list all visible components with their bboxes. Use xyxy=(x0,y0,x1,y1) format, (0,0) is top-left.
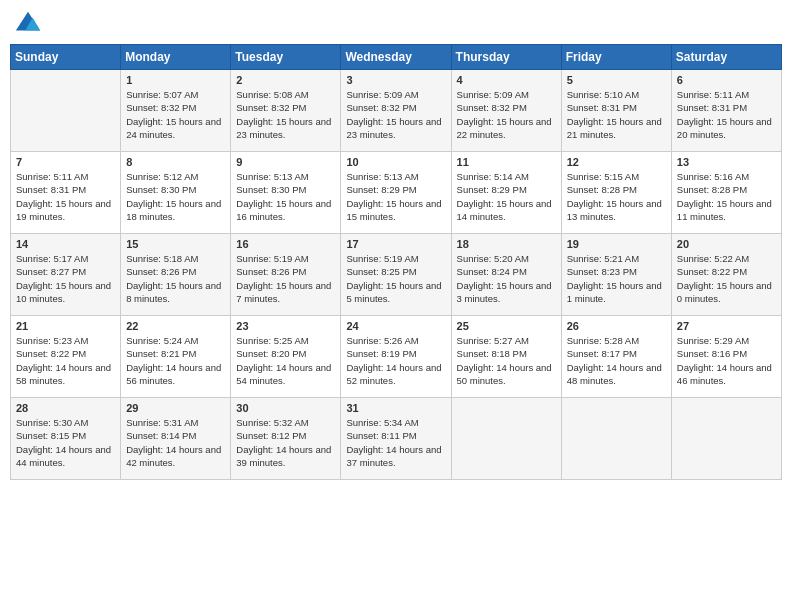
day-number: 8 xyxy=(126,156,225,168)
day-number: 31 xyxy=(346,402,445,414)
calendar-cell: 29Sunrise: 5:31 AMSunset: 8:14 PMDayligh… xyxy=(121,398,231,480)
calendar-cell: 1Sunrise: 5:07 AMSunset: 8:32 PMDaylight… xyxy=(121,70,231,152)
day-number: 29 xyxy=(126,402,225,414)
day-info: Sunrise: 5:08 AMSunset: 8:32 PMDaylight:… xyxy=(236,88,335,141)
calendar-week-row: 28Sunrise: 5:30 AMSunset: 8:15 PMDayligh… xyxy=(11,398,782,480)
day-number: 23 xyxy=(236,320,335,332)
day-number: 9 xyxy=(236,156,335,168)
calendar-cell: 18Sunrise: 5:20 AMSunset: 8:24 PMDayligh… xyxy=(451,234,561,316)
day-number: 18 xyxy=(457,238,556,250)
weekday-row: SundayMondayTuesdayWednesdayThursdayFrid… xyxy=(11,45,782,70)
calendar-week-row: 7Sunrise: 5:11 AMSunset: 8:31 PMDaylight… xyxy=(11,152,782,234)
day-info: Sunrise: 5:24 AMSunset: 8:21 PMDaylight:… xyxy=(126,334,225,387)
calendar-cell: 6Sunrise: 5:11 AMSunset: 8:31 PMDaylight… xyxy=(671,70,781,152)
calendar-cell xyxy=(671,398,781,480)
calendar-cell: 26Sunrise: 5:28 AMSunset: 8:17 PMDayligh… xyxy=(561,316,671,398)
calendar-cell: 8Sunrise: 5:12 AMSunset: 8:30 PMDaylight… xyxy=(121,152,231,234)
day-info: Sunrise: 5:14 AMSunset: 8:29 PMDaylight:… xyxy=(457,170,556,223)
calendar-cell: 15Sunrise: 5:18 AMSunset: 8:26 PMDayligh… xyxy=(121,234,231,316)
day-info: Sunrise: 5:16 AMSunset: 8:28 PMDaylight:… xyxy=(677,170,776,223)
calendar-cell xyxy=(11,70,121,152)
page-header xyxy=(10,10,782,38)
calendar-cell: 11Sunrise: 5:14 AMSunset: 8:29 PMDayligh… xyxy=(451,152,561,234)
calendar-week-row: 1Sunrise: 5:07 AMSunset: 8:32 PMDaylight… xyxy=(11,70,782,152)
weekday-header: Tuesday xyxy=(231,45,341,70)
day-info: Sunrise: 5:11 AMSunset: 8:31 PMDaylight:… xyxy=(677,88,776,141)
day-info: Sunrise: 5:25 AMSunset: 8:20 PMDaylight:… xyxy=(236,334,335,387)
calendar-cell: 4Sunrise: 5:09 AMSunset: 8:32 PMDaylight… xyxy=(451,70,561,152)
calendar-cell: 16Sunrise: 5:19 AMSunset: 8:26 PMDayligh… xyxy=(231,234,341,316)
calendar-cell: 27Sunrise: 5:29 AMSunset: 8:16 PMDayligh… xyxy=(671,316,781,398)
day-number: 24 xyxy=(346,320,445,332)
logo xyxy=(14,10,46,38)
day-number: 13 xyxy=(677,156,776,168)
day-info: Sunrise: 5:28 AMSunset: 8:17 PMDaylight:… xyxy=(567,334,666,387)
day-number: 4 xyxy=(457,74,556,86)
day-info: Sunrise: 5:07 AMSunset: 8:32 PMDaylight:… xyxy=(126,88,225,141)
day-info: Sunrise: 5:20 AMSunset: 8:24 PMDaylight:… xyxy=(457,252,556,305)
weekday-header: Wednesday xyxy=(341,45,451,70)
day-number: 27 xyxy=(677,320,776,332)
calendar-cell: 30Sunrise: 5:32 AMSunset: 8:12 PMDayligh… xyxy=(231,398,341,480)
day-number: 11 xyxy=(457,156,556,168)
calendar-cell xyxy=(561,398,671,480)
calendar-cell: 10Sunrise: 5:13 AMSunset: 8:29 PMDayligh… xyxy=(341,152,451,234)
logo-icon xyxy=(14,10,42,38)
weekday-header: Saturday xyxy=(671,45,781,70)
day-number: 12 xyxy=(567,156,666,168)
day-number: 7 xyxy=(16,156,115,168)
day-number: 26 xyxy=(567,320,666,332)
day-info: Sunrise: 5:11 AMSunset: 8:31 PMDaylight:… xyxy=(16,170,115,223)
day-number: 14 xyxy=(16,238,115,250)
day-info: Sunrise: 5:21 AMSunset: 8:23 PMDaylight:… xyxy=(567,252,666,305)
day-number: 30 xyxy=(236,402,335,414)
day-info: Sunrise: 5:22 AMSunset: 8:22 PMDaylight:… xyxy=(677,252,776,305)
calendar-cell: 13Sunrise: 5:16 AMSunset: 8:28 PMDayligh… xyxy=(671,152,781,234)
day-info: Sunrise: 5:27 AMSunset: 8:18 PMDaylight:… xyxy=(457,334,556,387)
calendar-cell: 17Sunrise: 5:19 AMSunset: 8:25 PMDayligh… xyxy=(341,234,451,316)
calendar-cell: 7Sunrise: 5:11 AMSunset: 8:31 PMDaylight… xyxy=(11,152,121,234)
day-info: Sunrise: 5:23 AMSunset: 8:22 PMDaylight:… xyxy=(16,334,115,387)
day-number: 16 xyxy=(236,238,335,250)
day-number: 17 xyxy=(346,238,445,250)
calendar-cell xyxy=(451,398,561,480)
calendar-cell: 20Sunrise: 5:22 AMSunset: 8:22 PMDayligh… xyxy=(671,234,781,316)
calendar-table: SundayMondayTuesdayWednesdayThursdayFrid… xyxy=(10,44,782,480)
day-number: 25 xyxy=(457,320,556,332)
weekday-header: Friday xyxy=(561,45,671,70)
day-info: Sunrise: 5:13 AMSunset: 8:29 PMDaylight:… xyxy=(346,170,445,223)
day-number: 15 xyxy=(126,238,225,250)
day-number: 21 xyxy=(16,320,115,332)
calendar-body: 1Sunrise: 5:07 AMSunset: 8:32 PMDaylight… xyxy=(11,70,782,480)
calendar-week-row: 14Sunrise: 5:17 AMSunset: 8:27 PMDayligh… xyxy=(11,234,782,316)
day-info: Sunrise: 5:17 AMSunset: 8:27 PMDaylight:… xyxy=(16,252,115,305)
day-info: Sunrise: 5:09 AMSunset: 8:32 PMDaylight:… xyxy=(457,88,556,141)
day-number: 3 xyxy=(346,74,445,86)
day-number: 6 xyxy=(677,74,776,86)
day-number: 5 xyxy=(567,74,666,86)
day-info: Sunrise: 5:13 AMSunset: 8:30 PMDaylight:… xyxy=(236,170,335,223)
weekday-header: Monday xyxy=(121,45,231,70)
day-info: Sunrise: 5:10 AMSunset: 8:31 PMDaylight:… xyxy=(567,88,666,141)
day-info: Sunrise: 5:29 AMSunset: 8:16 PMDaylight:… xyxy=(677,334,776,387)
day-info: Sunrise: 5:18 AMSunset: 8:26 PMDaylight:… xyxy=(126,252,225,305)
day-number: 28 xyxy=(16,402,115,414)
day-number: 2 xyxy=(236,74,335,86)
day-info: Sunrise: 5:19 AMSunset: 8:26 PMDaylight:… xyxy=(236,252,335,305)
calendar-cell: 28Sunrise: 5:30 AMSunset: 8:15 PMDayligh… xyxy=(11,398,121,480)
calendar-cell: 24Sunrise: 5:26 AMSunset: 8:19 PMDayligh… xyxy=(341,316,451,398)
calendar-header: SundayMondayTuesdayWednesdayThursdayFrid… xyxy=(11,45,782,70)
calendar-cell: 23Sunrise: 5:25 AMSunset: 8:20 PMDayligh… xyxy=(231,316,341,398)
day-number: 10 xyxy=(346,156,445,168)
calendar-cell: 25Sunrise: 5:27 AMSunset: 8:18 PMDayligh… xyxy=(451,316,561,398)
calendar-cell: 19Sunrise: 5:21 AMSunset: 8:23 PMDayligh… xyxy=(561,234,671,316)
calendar-cell: 31Sunrise: 5:34 AMSunset: 8:11 PMDayligh… xyxy=(341,398,451,480)
calendar-week-row: 21Sunrise: 5:23 AMSunset: 8:22 PMDayligh… xyxy=(11,316,782,398)
day-info: Sunrise: 5:19 AMSunset: 8:25 PMDaylight:… xyxy=(346,252,445,305)
calendar-cell: 5Sunrise: 5:10 AMSunset: 8:31 PMDaylight… xyxy=(561,70,671,152)
day-info: Sunrise: 5:32 AMSunset: 8:12 PMDaylight:… xyxy=(236,416,335,469)
day-info: Sunrise: 5:09 AMSunset: 8:32 PMDaylight:… xyxy=(346,88,445,141)
calendar-cell: 9Sunrise: 5:13 AMSunset: 8:30 PMDaylight… xyxy=(231,152,341,234)
day-info: Sunrise: 5:31 AMSunset: 8:14 PMDaylight:… xyxy=(126,416,225,469)
day-info: Sunrise: 5:12 AMSunset: 8:30 PMDaylight:… xyxy=(126,170,225,223)
